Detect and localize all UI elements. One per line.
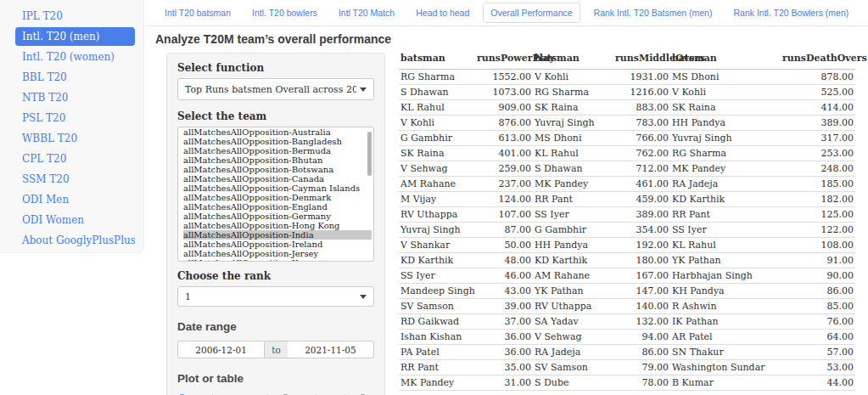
sidebar-item[interactable]: WBBL T20 — [15, 129, 135, 148]
batsman-cell: AR Patel — [670, 330, 781, 345]
team-option[interactable]: allMatchesAllOpposition-Ireland — [183, 240, 372, 249]
sidebar-item[interactable]: CPL T20 — [15, 150, 135, 168]
runs-cell: 85.00 — [781, 299, 855, 314]
table-row: KD Karthik 48.00 KD Karthik 180.00 YK Pa… — [399, 253, 855, 268]
tab[interactable]: Intl. T20 bowlers — [244, 3, 325, 23]
batsman-cell: Washington Sundar — [670, 360, 781, 375]
table-row: Yuvraj Singh 87.00 G Gambhir 354.00 SS I… — [399, 223, 855, 238]
sidebar-item[interactable]: PSL T20 — [15, 109, 135, 127]
team-option[interactable]: allMatchesAllOpposition-England — [183, 202, 372, 212]
table-row: V Kohli 876.00 Yuvraj Singh 783.00 HH Pa… — [399, 116, 855, 131]
runs-cell: 87.00 — [475, 223, 533, 238]
batsman-cell: IK Pathan — [670, 314, 781, 330]
team-option[interactable]: allMatchesAllOpposition-Bhutan — [183, 155, 372, 165]
batsman-cell: KH Pandya — [670, 284, 781, 299]
batsman-cell: S Dhawan — [533, 161, 613, 177]
runs-cell: 317.00 — [781, 131, 855, 146]
runs-cell: 94.00 — [613, 330, 670, 345]
col-header-runsdeathovers: runsDeathOvers — [781, 50, 855, 70]
team-option[interactable]: allMatchesAllOpposition-India — [183, 230, 372, 240]
team-option[interactable]: allMatchesAllOpposition-Canada — [183, 174, 372, 183]
runs-cell: 43.00 — [475, 284, 533, 299]
batsman-cell: KL Rahul — [399, 100, 475, 116]
sidebar-item[interactable]: SSM T20 — [15, 170, 135, 189]
runs-cell: 86.00 — [781, 284, 855, 299]
col-header-runspowerplay: runsPowerPlay — [475, 50, 533, 70]
batsman-cell: AM Rahane — [533, 268, 613, 284]
team-option[interactable]: allMatchesAllOpposition-Bermuda — [183, 146, 372, 155]
team-option[interactable]: allMatchesAllOpposition-Kenya — [183, 258, 372, 262]
runs-cell: 192.00 — [613, 238, 670, 253]
batsman-cell: YK Pathan — [670, 253, 781, 268]
tab[interactable]: Intl T20 batsman — [157, 3, 238, 23]
sidebar-item[interactable]: About GooglyPlusPlus 2021 — [15, 231, 135, 250]
page-title: Analyze T20M team’s overall performance — [155, 32, 391, 46]
results-table-wrap: batsman runsPowerPlay batsman runsMiddle… — [399, 50, 855, 391]
sidebar-item[interactable]: NTB T20 — [15, 88, 135, 107]
batsman-cell: V Sehwag — [533, 330, 613, 345]
runs-cell: 167.00 — [613, 268, 670, 284]
batsman-cell: SK Raina — [399, 146, 475, 161]
tab-bar: Intl T20 batsman Intl. T20 bowlers Intl … — [145, 0, 868, 26]
sidebar-item[interactable]: Intl. T20 (men) — [15, 27, 135, 46]
sidebar-item[interactable]: Intl. T20 (women) — [15, 48, 135, 66]
runs-cell: 1073.00 — [475, 85, 533, 100]
table-row: V Sehwag 259.00 S Dhawan 712.00 MK Pande… — [399, 161, 855, 177]
sidebar-item[interactable]: BBL T20 — [15, 68, 135, 87]
runs-cell: 1931.00 — [613, 70, 670, 85]
runs-cell: 132.00 — [613, 314, 670, 330]
runs-cell: 259.00 — [475, 161, 533, 177]
date-to-input[interactable] — [288, 341, 374, 358]
team-option[interactable]: allMatchesAllOpposition-Germany — [183, 212, 372, 221]
runs-cell: 107.00 — [475, 207, 533, 223]
control-panel: Select function Top Runs batsmen Overall… — [166, 53, 385, 395]
batsman-cell: PA Patel — [399, 345, 475, 360]
batsman-cell: KL Rahul — [533, 146, 613, 161]
batsman-cell: RV Uthappa — [399, 207, 475, 223]
tab[interactable]: Rank Intl. T20 Bowlers (men) — [725, 3, 856, 23]
table-row: SK Raina 401.00 KL Rahul 762.00 RG Sharm… — [399, 146, 855, 161]
runs-cell: 525.00 — [781, 85, 855, 100]
batsman-cell: AM Rahane — [399, 177, 475, 192]
table-row: Mandeep Singh 43.00 YK Pathan 147.00 KH … — [399, 284, 855, 299]
function-select-value: Top Runs batsmen Overall across 20 overs — [185, 84, 356, 95]
table-row: MK Pandey 31.00 S Dube 78.00 B Kumar 44.… — [399, 375, 855, 391]
chevron-down-icon — [360, 87, 367, 92]
batsman-cell: B Kumar — [670, 375, 781, 391]
team-option[interactable]: allMatchesAllOpposition-Jersey — [183, 249, 372, 258]
team-option[interactable]: allMatchesAllOpposition-Bangladesh — [183, 137, 372, 146]
tab[interactable]: Rank Intl. T20 Batsmen (men) — [586, 3, 720, 23]
team-listbox[interactable]: allMatchesAllOpposition-Australia allMat… — [177, 127, 374, 262]
runs-cell: 37.00 — [475, 314, 533, 330]
sidebar-item[interactable]: ODI Women — [15, 211, 135, 229]
tab[interactable]: Head to head — [408, 3, 477, 23]
team-option[interactable]: allMatchesAllOpposition-Australia — [183, 127, 372, 137]
runs-cell: 79.00 — [613, 360, 670, 375]
runs-cell: 389.00 — [781, 116, 855, 131]
team-option[interactable]: allMatchesAllOpposition-Cayman Islands — [183, 183, 372, 193]
runs-cell: 389.00 — [613, 207, 670, 223]
batsman-cell: SK Raina — [533, 100, 613, 116]
table-header-row: batsman runsPowerPlay batsman runsMiddle… — [399, 50, 855, 70]
chevron-down-icon — [360, 295, 367, 299]
function-select[interactable]: Top Runs batsmen Overall across 20 overs — [177, 78, 374, 100]
team-option[interactable]: allMatchesAllOpposition-Hong Kong — [183, 221, 372, 230]
date-from-input[interactable] — [177, 341, 265, 358]
runs-cell: 36.00 — [475, 345, 533, 360]
tab[interactable]: Overall Performance — [483, 3, 580, 23]
runs-cell: 31.00 — [475, 375, 533, 391]
sidebar-item[interactable]: ODI Men — [15, 190, 135, 209]
runs-cell: 53.00 — [781, 360, 855, 375]
select-team-label: Select the team — [177, 110, 374, 122]
team-option[interactable]: allMatchesAllOpposition-Denmark — [183, 193, 372, 202]
batsman-cell: G Gambhir — [399, 131, 475, 146]
team-option[interactable]: allMatchesAllOpposition-Botswana — [183, 165, 372, 174]
tab[interactable]: Intl T20 Match — [331, 3, 402, 23]
rank-select[interactable]: 1 — [177, 286, 374, 307]
sidebar-item[interactable]: IPL T20 — [15, 7, 135, 25]
batsman-cell: KL Rahul — [670, 238, 781, 253]
runs-cell: 783.00 — [613, 116, 670, 131]
batsman-cell: KD Karthik — [533, 253, 613, 268]
listbox-scrollbar[interactable] — [367, 132, 372, 176]
runs-cell: 1216.00 — [613, 85, 670, 100]
